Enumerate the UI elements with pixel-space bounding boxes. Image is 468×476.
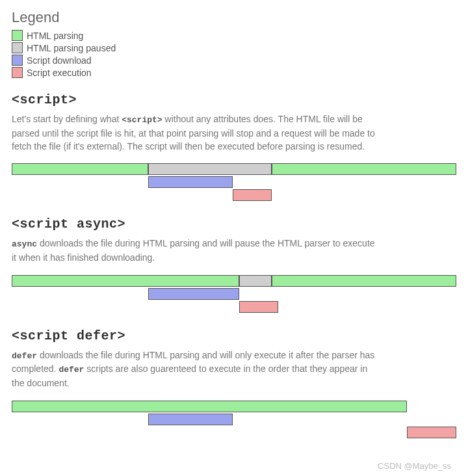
- timeline-bar-green: [272, 275, 456, 287]
- timeline-bar-green: [12, 163, 148, 175]
- legend-item: Script execution: [12, 67, 456, 78]
- legend-label: Script download: [27, 55, 92, 66]
- legend-item: HTML parsing paused: [12, 42, 456, 53]
- swatch-html-parsing: [12, 30, 23, 41]
- legend-label: HTML parsing: [27, 31, 83, 41]
- desc-code: <script>: [122, 115, 162, 125]
- legend-label: Script execution: [27, 68, 92, 78]
- desc-code: defer: [12, 351, 37, 361]
- timeline-bar-pink: [407, 427, 456, 438]
- timeline-bar-pink: [239, 301, 278, 313]
- timeline-bar-gray: [239, 275, 272, 287]
- legend-item: HTML parsing: [12, 30, 456, 41]
- timeline-bar-blue: [148, 288, 239, 300]
- section-desc-script-async: async downloads the file during HTML par…: [12, 237, 376, 264]
- timeline-bar-green: [272, 163, 456, 175]
- timeline-bar-green: [12, 275, 239, 287]
- timeline-script-async: [12, 275, 456, 314]
- timeline-bar-gray: [148, 163, 272, 175]
- legend-item: Script download: [12, 55, 456, 66]
- timeline-bar-green: [12, 401, 407, 412]
- timeline-bar-blue: [148, 414, 233, 425]
- desc-text: Let's start by defining what: [12, 114, 122, 124]
- desc-code: async: [12, 239, 37, 249]
- desc-text: downloads the file during HTML parsing a…: [12, 238, 375, 263]
- section-desc-script: Let's start by defining what <script> wi…: [12, 112, 376, 153]
- swatch-script-download: [12, 55, 23, 66]
- timeline-script-defer: [12, 401, 456, 440]
- legend: HTML parsing HTML parsing paused Script …: [12, 30, 456, 78]
- desc-code: defer: [58, 365, 84, 375]
- swatch-html-parsing-paused: [12, 42, 23, 53]
- legend-label: HTML parsing paused: [27, 43, 116, 53]
- legend-title: Legend: [12, 9, 456, 26]
- timeline-script: [12, 163, 456, 202]
- timeline-bar-pink: [233, 189, 272, 201]
- section-title-script-async: <script async>: [12, 217, 456, 231]
- section-desc-script-defer: defer downloads the file during HTML par…: [12, 349, 376, 390]
- swatch-script-execution: [12, 67, 23, 78]
- timeline-bar-blue: [148, 176, 233, 188]
- section-title-script: <script>: [12, 92, 456, 107]
- section-title-script-defer: <script defer>: [12, 328, 456, 343]
